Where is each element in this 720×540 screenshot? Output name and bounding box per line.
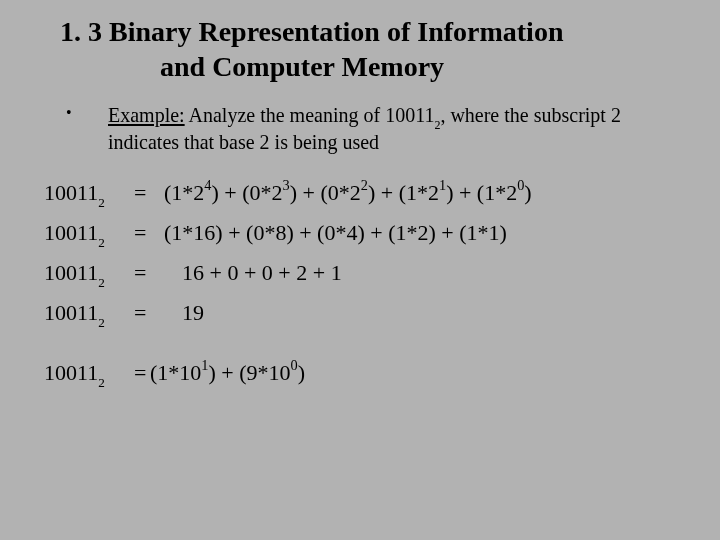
subscript-2: 2 [98, 275, 105, 290]
subscript-2: 2 [98, 195, 105, 210]
eq-rhs-2: (1*16) + (0*8) + (0*4) + (1*2) + (1*1) [164, 220, 690, 246]
equation-row-2: 100112 = (1*16) + (0*8) + (0*4) + (1*2) … [44, 220, 690, 246]
slide-title: 1. 3 Binary Representation of Informatio… [60, 14, 670, 84]
equals-sign: = [134, 220, 164, 246]
equals-sign: = [134, 260, 164, 286]
title-line-2: and Computer Memory [60, 49, 670, 84]
eq-lhs: 100112 [44, 220, 134, 246]
equals-sign: = [134, 180, 164, 206]
equation-row-1: 100112 = (1*24) + (0*23) + (0*22) + (1*2… [44, 180, 690, 206]
eq-rhs-4: 19 [164, 300, 690, 326]
binary-number: 10011 [44, 300, 98, 325]
binary-number: 10011 [44, 220, 98, 245]
subscript-2: 2 [98, 235, 105, 250]
equation-row-5: 100112 = (1*101) + (9*100) [44, 360, 690, 386]
equals-sign: = [134, 300, 164, 326]
eq-lhs: 100112 [44, 180, 134, 206]
title-line-1: 1. 3 Binary Representation of Informatio… [60, 14, 670, 49]
binary-number: 10011 [44, 360, 98, 385]
subscript-2: 2 [98, 375, 105, 390]
eq-rhs-3: 16 + 0 + 0 + 2 + 1 [164, 260, 690, 286]
equation-row-4: 100112 = 19 [44, 300, 690, 326]
example-label: Example: [108, 104, 185, 126]
example-bullet: • Example: Analyze the meaning of 100112… [66, 102, 670, 156]
binary-number: 10011 [44, 180, 98, 205]
slide: 1. 3 Binary Representation of Informatio… [0, 0, 720, 540]
subscript-2: 2 [98, 315, 105, 330]
bullet-dot: • [66, 102, 108, 156]
eq-rhs-5: (1*101) + (9*100) [150, 360, 690, 386]
eq-lhs: 100112 [44, 260, 134, 286]
subscript-2: 2 [434, 118, 440, 132]
equation-row-3: 100112 = 16 + 0 + 0 + 2 + 1 [44, 260, 690, 286]
example-text: Example: Analyze the meaning of 100112, … [108, 102, 670, 156]
example-part-a: Analyze the meaning of 10011 [185, 104, 435, 126]
binary-number: 10011 [44, 260, 98, 285]
eq-lhs: 100112 [44, 360, 134, 386]
eq-rhs-1: (1*24) + (0*23) + (0*22) + (1*21) + (1*2… [164, 180, 690, 206]
eq-lhs: 100112 [44, 300, 134, 326]
equation-block: 100112 = (1*24) + (0*23) + (0*22) + (1*2… [44, 180, 690, 386]
